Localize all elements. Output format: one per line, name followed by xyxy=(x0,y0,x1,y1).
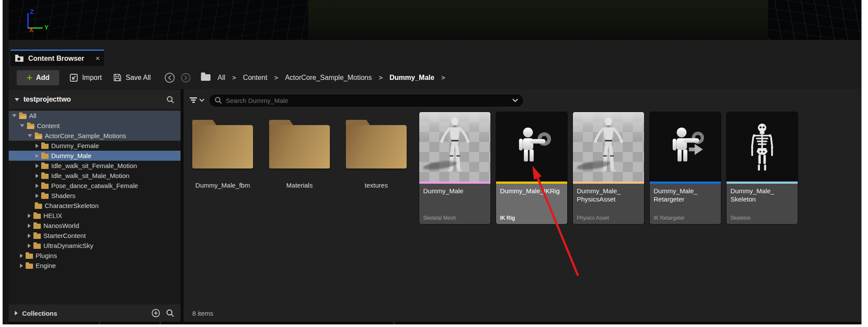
tab-content-browser[interactable]: Content Browser × xyxy=(10,50,104,66)
add-collection-icon[interactable] xyxy=(151,308,161,318)
tree-item-label: CharacterSkeleton xyxy=(45,202,99,209)
tree-item-actorcore-sample-motions[interactable]: ActorCore_Sample_Motions xyxy=(9,131,181,141)
asset-tile-dummy-male-physicsasset[interactable]: Dummy_​Male_​PhysicsAsset Physics Asset xyxy=(573,112,644,224)
caret-right-icon[interactable] xyxy=(36,144,39,148)
ik-rig-icon xyxy=(509,126,554,167)
caret-down-icon[interactable] xyxy=(28,134,32,137)
caret-right-icon[interactable] xyxy=(36,194,39,198)
viewport-backdrop xyxy=(308,0,768,40)
caret-right-icon[interactable] xyxy=(36,154,39,158)
caret-right-icon[interactable] xyxy=(28,224,31,228)
tree-item-startercontent[interactable]: StarterContent xyxy=(9,231,181,241)
back-button[interactable] xyxy=(164,72,176,84)
save-all-button[interactable]: Save All xyxy=(113,73,151,82)
tree-item-pose-dance-catwalk-female[interactable]: Pose_dance_catwalk_Female xyxy=(9,181,181,191)
viewport-grid-right xyxy=(768,0,861,40)
tree-item-label: Engine xyxy=(36,262,56,269)
folder-tile-dummy-male-fbm[interactable]: Dummy_Male_fbm xyxy=(192,120,253,189)
caret-down-icon[interactable] xyxy=(20,124,24,127)
tree-item-dummy-female[interactable]: Dummy_Female xyxy=(9,141,181,151)
caret-right-icon[interactable] xyxy=(20,264,23,268)
tree-item-idle-walk-sit-female-motion[interactable]: Idle_walk_sit_Female_Motion xyxy=(9,161,181,171)
level-viewport[interactable]: Z Y X xyxy=(9,0,861,40)
import-button[interactable]: Import xyxy=(69,73,102,83)
tree-item-idle-walk-sit-male-motion[interactable]: Idle_walk_sit_Male_Motion xyxy=(9,171,181,181)
folder-icon xyxy=(33,244,41,249)
asset-type: IK Retargeter xyxy=(654,215,684,221)
sources-panel: testprojecttwo All Content xyxy=(9,89,181,322)
add-button[interactable]: + Add xyxy=(16,70,59,86)
folder-name: Materials xyxy=(269,182,330,189)
tree-item-all[interactable]: All xyxy=(9,111,181,121)
tree-item-ultradynamicsky[interactable]: UltraDynamicSky xyxy=(9,241,181,251)
tree-item-label: ActorCore_Sample_Motions xyxy=(45,132,126,139)
folder-icon xyxy=(41,154,49,159)
folder-icon xyxy=(35,204,42,209)
asset-tile-dummy-male-ikrig[interactable]: Dummy_​Male_​IKRig IK Rig xyxy=(496,112,567,224)
caret-right-icon[interactable] xyxy=(28,234,31,238)
skeletal-mesh-thumbnail xyxy=(419,112,490,182)
folder-open-icon xyxy=(35,134,42,139)
sources-search-icon[interactable] xyxy=(166,96,174,104)
tree-item-characterskeleton[interactable]: CharacterSkeleton xyxy=(9,201,181,211)
breadcrumb-item-dummy-male[interactable]: Dummy_Male xyxy=(390,74,434,82)
filter-button[interactable] xyxy=(190,97,204,104)
folder-tile-materials[interactable]: Materials xyxy=(269,120,330,189)
big-folder-icon xyxy=(346,120,407,168)
tab-close-icon[interactable]: × xyxy=(95,55,100,62)
breadcrumb-separator: > xyxy=(231,74,237,81)
tree-item-label: Pose_dance_catwalk_Female xyxy=(51,182,138,189)
caret-spacer xyxy=(28,204,32,208)
tree-item-engine[interactable]: Engine xyxy=(9,261,181,271)
folder-icon xyxy=(33,214,41,219)
collections-bar[interactable]: Collections xyxy=(9,304,181,322)
project-selector[interactable]: testprojecttwo xyxy=(9,90,181,109)
search-icon xyxy=(214,96,222,104)
asset-type: IK Rig xyxy=(500,215,515,221)
tree-item-plugins[interactable]: Plugins xyxy=(9,251,181,261)
import-button-label: Import xyxy=(82,74,102,82)
caret-right-icon[interactable] xyxy=(28,214,31,218)
caret-down-icon[interactable] xyxy=(12,114,16,117)
collections-label: Collections xyxy=(22,310,57,317)
bottom-edge-strip xyxy=(9,322,861,324)
tree-item-helix[interactable]: HELIX xyxy=(9,211,181,221)
tree-item-content[interactable]: Content xyxy=(9,121,181,131)
folder-name: textures xyxy=(346,182,407,189)
tree-item-label: Dummy_Male xyxy=(51,152,92,159)
caret-right-icon[interactable] xyxy=(15,311,18,315)
ik-retargeter-thumbnail xyxy=(650,112,721,182)
axis-z-label: Z xyxy=(30,8,34,15)
caret-right-icon[interactable] xyxy=(36,174,39,178)
breadcrumb-item-content[interactable]: Content xyxy=(243,74,267,82)
tree-item-dummy-male[interactable]: Dummy_Male xyxy=(9,151,181,161)
unreal-editor-window: Z Y X Content Browser × xyxy=(3,0,861,324)
collections-search-icon[interactable] xyxy=(166,309,174,317)
folder-icon xyxy=(26,254,33,259)
tree-item-nanosworld[interactable]: NanosWorld xyxy=(9,221,181,231)
caret-right-icon[interactable] xyxy=(20,254,23,258)
asset-tile-dummy-male-skeleton[interactable]: Dummy_​Male_​Skeleton Skeleton xyxy=(727,112,798,224)
search-options-chevron-icon[interactable] xyxy=(512,99,518,102)
skeleton-thumbnail xyxy=(727,112,798,182)
save-all-button-label: Save All xyxy=(125,74,151,82)
caret-right-icon[interactable] xyxy=(36,164,39,168)
asset-type: Skeleton xyxy=(730,215,751,221)
folder-name: Dummy_Male_fbm xyxy=(192,182,253,189)
forward-button[interactable] xyxy=(180,72,191,83)
caret-right-icon[interactable] xyxy=(28,244,31,248)
caret-right-icon[interactable] xyxy=(36,184,39,188)
folder-tile-textures[interactable]: textures xyxy=(346,120,407,189)
breadcrumb-item-all[interactable]: All xyxy=(217,74,225,82)
breadcrumb-item-actorcore[interactable]: ActorCore_Sample_Motions xyxy=(285,74,372,82)
tree-item-label: UltraDynamicSky xyxy=(43,242,93,249)
asset-tile-dummy-male-retargeter[interactable]: Dummy_​Male_​Retargeter IK Retargeter xyxy=(650,112,721,224)
tree-item-shaders[interactable]: Shaders xyxy=(9,191,181,201)
content-browser-icon xyxy=(15,54,24,63)
skeleton-icon xyxy=(746,122,778,171)
search-input[interactable] xyxy=(226,97,509,104)
save-all-icon xyxy=(113,73,122,82)
breadcrumb-separator: > xyxy=(378,74,384,81)
asset-tile-dummy-male[interactable]: Dummy_​Male Skeletal Mesh xyxy=(419,112,490,224)
panel-splitter[interactable] xyxy=(181,89,184,322)
